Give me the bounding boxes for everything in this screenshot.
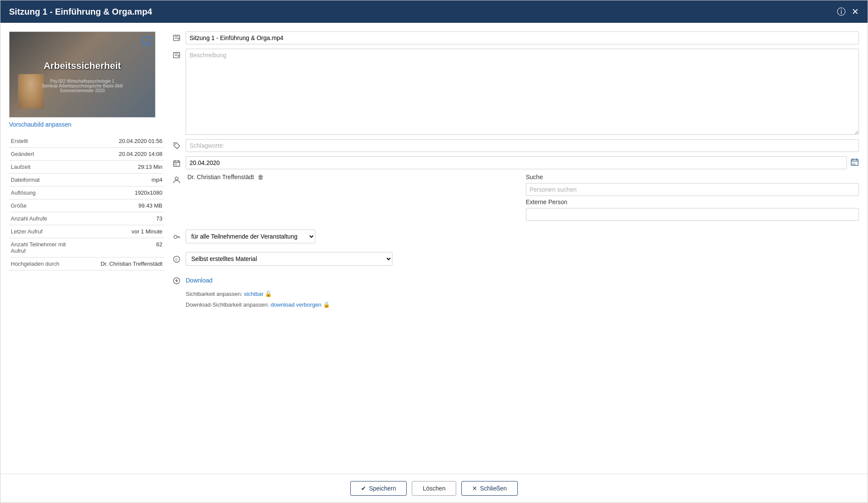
download-visibility-row: Download-Sichtbarkeit anpassen: download… bbox=[186, 301, 859, 308]
meta-value: 20.04.2020 14:08 bbox=[69, 148, 164, 161]
meta-table: Erstellt20.04.2020 01:56Geändert20.04.20… bbox=[9, 135, 164, 270]
meta-row: Dateiformatmp4 bbox=[9, 174, 164, 186]
person-delete-icon[interactable]: 🗑 bbox=[258, 174, 264, 180]
modal-container: Sitzung 1 - Einführung & Orga.mp4 ⓘ ✕ Ar… bbox=[0, 0, 868, 503]
save-checkmark-icon: ✔ bbox=[361, 485, 366, 492]
calendar-icon[interactable]: 42 bbox=[850, 158, 859, 168]
download-row: Download bbox=[173, 274, 859, 286]
meta-label: Letzer Aufruf bbox=[9, 225, 69, 238]
close-icon[interactable]: ✕ bbox=[852, 7, 859, 16]
date-input[interactable] bbox=[186, 156, 847, 169]
person-left: Dr. Christian Treffenstädt 🗑 bbox=[187, 174, 521, 180]
meta-value: vor 1 Minute bbox=[69, 225, 164, 238]
meta-label: Anzahl Aufrufe bbox=[9, 212, 69, 225]
modal-header: Sitzung 1 - Einführung & Orga.mp4 ⓘ ✕ bbox=[0, 0, 868, 23]
thumbnail-person bbox=[18, 74, 44, 109]
download-lock-icon: 🔒 bbox=[323, 301, 330, 308]
help-icon[interactable]: ⓘ bbox=[837, 7, 846, 16]
meta-row: Anzahl Teilnehmer mit Aufruf62 bbox=[9, 238, 164, 258]
license-icon: © bbox=[173, 255, 182, 265]
meta-row: Auflösung1920x1080 bbox=[9, 186, 164, 199]
modal-title: Sitzung 1 - Einführung & Orga.mp4 bbox=[9, 7, 152, 17]
download-link[interactable]: Download bbox=[186, 277, 212, 284]
svg-text:©: © bbox=[175, 258, 177, 262]
thumbnail-overlay-text: Arbeitssicherheit bbox=[44, 60, 121, 71]
meta-row: Größe99.43 MB bbox=[9, 199, 164, 212]
meta-value: 62 bbox=[69, 238, 164, 258]
header-icons: ⓘ ✕ bbox=[837, 7, 859, 16]
svg-point-8 bbox=[174, 235, 177, 238]
external-input[interactable] bbox=[526, 208, 859, 221]
meta-row: Erstellt20.04.2020 01:56 bbox=[9, 135, 164, 148]
save-button[interactable]: ✔ Speichern bbox=[350, 481, 407, 496]
meta-value: 99.43 MB bbox=[69, 199, 164, 212]
meta-label: Größe bbox=[9, 199, 69, 212]
visibility-row: Sichtbarkeit anpassen: sichtbar 🔓 bbox=[186, 291, 859, 297]
meta-value: mp4 bbox=[69, 174, 164, 186]
date-icon: 42 bbox=[173, 159, 182, 169]
external-label: Externe Person bbox=[526, 199, 859, 205]
meta-label: Dateiformat bbox=[9, 174, 69, 186]
delete-button[interactable]: Löschen bbox=[412, 481, 456, 496]
meta-value: Dr. Christian Treffenstädt bbox=[69, 258, 164, 270]
tag-icon bbox=[173, 142, 182, 151]
download-icon bbox=[173, 277, 182, 286]
close-x-icon: ✕ bbox=[472, 485, 477, 492]
keywords-field-row bbox=[173, 139, 859, 152]
search-label: Suche bbox=[526, 174, 859, 180]
person-name: Dr. Christian Treffenstädt bbox=[187, 174, 254, 180]
license-select[interactable]: Selbst erstelltes Material CC BY CC BY-S… bbox=[186, 252, 392, 266]
meta-label: Geändert bbox=[9, 148, 69, 161]
edit-description-icon bbox=[173, 51, 182, 61]
thumbnail-link[interactable]: Vorschaubild anpassen bbox=[9, 121, 72, 128]
svg-point-7 bbox=[175, 177, 178, 180]
edit-title-icon bbox=[173, 34, 182, 43]
access-row: für alle Teilnehmende der Veranstaltung … bbox=[173, 230, 859, 243]
visibility-link[interactable]: sichtbar bbox=[244, 291, 264, 297]
svg-text:42: 42 bbox=[852, 162, 856, 165]
thumbnail-inner: Arbeitssicherheit Psy.502 Wirtschaftspsy… bbox=[9, 32, 155, 117]
meta-row: Letzer Aufrufvor 1 Minute bbox=[9, 225, 164, 238]
title-field-row bbox=[173, 31, 859, 44]
meta-label: Hochgeladen durch bbox=[9, 258, 69, 270]
keywords-input[interactable] bbox=[186, 139, 859, 152]
right-panel: 42 42 bbox=[173, 31, 859, 465]
meta-row: Anzahl Aufrufe73 bbox=[9, 212, 164, 225]
description-input[interactable] bbox=[186, 49, 859, 135]
access-select[interactable]: für alle Teilnehmende der Veranstaltung … bbox=[186, 230, 315, 243]
left-panel: Arbeitssicherheit Psy.502 Wirtschaftspsy… bbox=[9, 31, 164, 465]
meta-row: Geändert20.04.2020 14:08 bbox=[9, 148, 164, 161]
description-field-row bbox=[173, 49, 859, 135]
person-field-row: Dr. Christian Treffenstädt 🗑 Suche Exter… bbox=[173, 174, 859, 221]
person-silhouette bbox=[18, 74, 44, 109]
key-icon bbox=[173, 233, 182, 242]
meta-value: 73 bbox=[69, 212, 164, 225]
meta-label: Auflösung bbox=[9, 186, 69, 199]
meta-value: 1920x1080 bbox=[69, 186, 164, 199]
checkmark-icon: ☑ bbox=[142, 34, 152, 49]
meta-row: Laufzeit29:13 Min bbox=[9, 161, 164, 174]
svg-point-2 bbox=[175, 144, 176, 145]
person-icon bbox=[173, 176, 182, 186]
thumbnail-sub-text: Psy.502 Wirtschaftspsychologie 1 Seminar… bbox=[42, 79, 123, 93]
meta-row: Hochgeladen durchDr. Christian Treffenst… bbox=[9, 258, 164, 270]
meta-value: 20.04.2020 01:56 bbox=[69, 135, 164, 148]
meta-label: Erstellt bbox=[9, 135, 69, 148]
thumbnail: Arbeitssicherheit Psy.502 Wirtschaftspsy… bbox=[9, 31, 156, 118]
meta-value: 29:13 Min bbox=[69, 161, 164, 174]
meta-label: Laufzeit bbox=[9, 161, 69, 174]
search-panel: Suche Externe Person bbox=[526, 174, 859, 221]
title-input[interactable] bbox=[186, 31, 859, 44]
modal-body: Arbeitssicherheit Psy.502 Wirtschaftspsy… bbox=[0, 23, 868, 474]
download-visibility-link[interactable]: download verborgen bbox=[271, 301, 321, 308]
close-button[interactable]: ✕ Schließen bbox=[461, 481, 517, 496]
modal-footer: ✔ Speichern Löschen ✕ Schließen bbox=[0, 474, 868, 503]
date-field-row: 42 42 bbox=[173, 156, 859, 169]
search-input[interactable] bbox=[526, 183, 859, 196]
lock-icon: 🔓 bbox=[265, 291, 272, 297]
svg-text:42: 42 bbox=[174, 163, 178, 166]
license-row: © Selbst erstelltes Material CC BY CC BY… bbox=[173, 252, 859, 266]
meta-label: Anzahl Teilnehmer mit Aufruf bbox=[9, 238, 69, 258]
